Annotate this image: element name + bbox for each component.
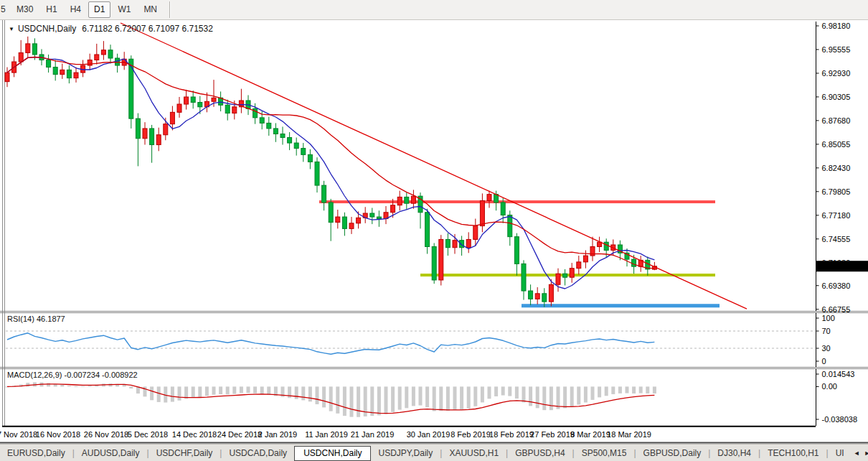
timeframe-button-mn[interactable]: MN — [138, 1, 163, 18]
rsi-value: 46.1877 — [37, 315, 65, 323]
svg-text:2 Jan 2019: 2 Jan 2019 — [258, 430, 297, 439]
chart-tabs-bar: EURUSD,Daily|AUDUSD,Daily|USDCHF,Daily|U… — [0, 444, 868, 461]
tab-scroll-left-icon[interactable]: ◄ — [852, 448, 862, 458]
svg-text:26 Nov 2018: 26 Nov 2018 — [84, 430, 128, 439]
svg-text:18 Mar 2019: 18 Mar 2019 — [607, 430, 651, 439]
svg-text:6.85055: 6.85055 — [822, 140, 851, 149]
horizontal-line-resistance[interactable] — [319, 200, 715, 203]
chart-tab-tech100-h1[interactable]: TECH100,H1 — [760, 446, 826, 461]
timeframe-button-m30[interactable]: M30 — [11, 1, 39, 18]
chart-tab-usdchf-daily[interactable]: USDCHF,Daily — [149, 446, 220, 461]
svg-text:24 Dec 2018: 24 Dec 2018 — [217, 430, 262, 439]
svg-text:30 Jan 2019: 30 Jan 2019 — [407, 430, 450, 439]
macd-indicator-label: MACD(12,26,9) -0.007234 -0.008922 — [7, 371, 138, 379]
chart-tab-dj30-h4[interactable]: DJ30,H4 — [710, 446, 758, 461]
rsi-name: RSI(14) — [7, 315, 34, 323]
svg-text:6.71532: 6.71532 — [821, 262, 850, 271]
rsi-indicator-label: RSI(14) 46.1877 — [7, 315, 65, 323]
tab-scroll-right-icon[interactable]: ► — [862, 448, 868, 458]
timeframe-button-h1[interactable]: H1 — [40, 1, 62, 18]
svg-text:6.66755: 6.66755 — [822, 305, 851, 314]
svg-text:6.69380: 6.69380 — [822, 281, 851, 290]
svg-text:8 Mar 2019: 8 Mar 2019 — [570, 430, 610, 439]
chart-tab-xauusd-h1[interactable]: XAUUSD,H1 — [442, 446, 506, 461]
svg-text:21 Jan 2019: 21 Jan 2019 — [351, 430, 395, 439]
svg-text:6.87680: 6.87680 — [822, 116, 851, 125]
svg-text:27 Feb 2019: 27 Feb 2019 — [530, 430, 575, 439]
chart-tab-gbpusd-h4[interactable]: GBPUSD,H4 — [508, 446, 572, 461]
svg-text:100: 100 — [822, 314, 835, 322]
chart-dropdown-icon: ▼ — [9, 26, 14, 32]
svg-text:7 Nov 2018: 7 Nov 2018 — [0, 430, 37, 439]
svg-text:-0.038038: -0.038038 — [822, 415, 858, 424]
macd-name: MACD(12,26,9) — [7, 371, 62, 379]
chart-ohlc-values: 6.71182 6.72007 6.71097 6.71532 — [82, 24, 213, 34]
chart-tab-sp500-m15[interactable]: SP500,M15 — [575, 446, 634, 461]
timeframe-button-d1[interactable]: D1 — [88, 1, 110, 18]
timeframe-button-5[interactable]: 5 — [0, 1, 9, 18]
chart-tab-usdcnh-daily[interactable]: USDCNH,Daily — [294, 446, 371, 461]
svg-text:6.90305: 6.90305 — [822, 93, 851, 101]
chart-tab-usdcad-daily[interactable]: USDCAD,Daily — [222, 446, 294, 461]
trading-terminal-window: 5M30H1H4D1W1MN 6.981806.955556.929306.90… — [0, 0, 868, 461]
svg-text:14 Dec 2018: 14 Dec 2018 — [172, 430, 217, 439]
toolbar-separator — [169, 1, 171, 18]
svg-text:18 Feb 2019: 18 Feb 2019 — [489, 430, 534, 439]
svg-text:6.92930: 6.92930 — [822, 69, 851, 78]
svg-text:8 Feb 2019: 8 Feb 2019 — [450, 430, 491, 439]
chart-tab-audusd-daily[interactable]: AUDUSD,Daily — [75, 446, 147, 461]
svg-text:6.77180: 6.77180 — [822, 211, 851, 220]
macd-values: -0.007234 -0.008922 — [64, 371, 137, 379]
chart-symbol-label: USDCNH,Daily — [18, 24, 76, 34]
svg-text:5 Dec 2018: 5 Dec 2018 — [128, 430, 168, 439]
svg-text:0: 0 — [822, 357, 826, 365]
chart-tab-eurusd-daily[interactable]: EURUSD,Daily — [0, 446, 72, 461]
svg-text:70: 70 — [822, 327, 831, 335]
timeframe-toolbar: 5M30H1H4D1W1MN — [0, 0, 868, 20]
svg-text:0.00: 0.00 — [822, 382, 837, 391]
chart-tab-usdjpy-daily[interactable]: USDJPY,Daily — [371, 446, 440, 461]
current-price-badge: 6.71532 — [816, 261, 868, 271]
svg-text:0.014543: 0.014543 — [822, 370, 855, 378]
timeframe-button-w1[interactable]: W1 — [112, 1, 136, 18]
svg-text:6.82430: 6.82430 — [822, 164, 851, 172]
svg-text:6.74555: 6.74555 — [822, 235, 851, 243]
svg-text:6.79805: 6.79805 — [822, 187, 851, 196]
chart-title: ▼USDCNH,Daily6.71182 6.72007 6.71097 6.7… — [9, 24, 213, 34]
svg-text:6.98180: 6.98180 — [822, 22, 851, 30]
timeframe-button-h4[interactable]: H4 — [65, 1, 87, 18]
chart-tab-gbpusd-daily[interactable]: GBPUSD,Daily — [636, 446, 709, 461]
chart-tab-ui[interactable]: UI — [829, 446, 852, 461]
svg-text:16 Nov 2018: 16 Nov 2018 — [36, 430, 80, 439]
date-axis: 7 Nov 201816 Nov 201826 Nov 20185 Dec 20… — [0, 430, 651, 439]
svg-text:6.95555: 6.95555 — [822, 45, 851, 54]
svg-text:11 Jan 2019: 11 Jan 2019 — [305, 430, 348, 439]
svg-text:30: 30 — [822, 344, 831, 353]
